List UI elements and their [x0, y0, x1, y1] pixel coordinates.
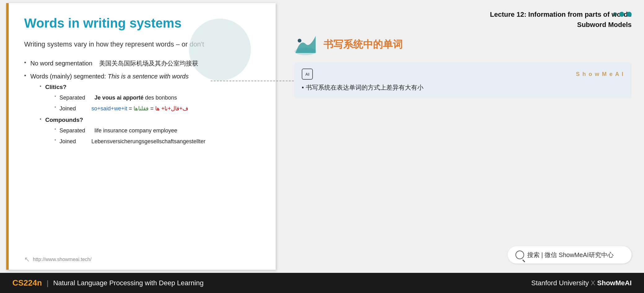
lecture-title-line1: Lecture 12: Information from parts of wo…: [294, 9, 632, 20]
french-rest: des bonbons: [145, 95, 177, 101]
lecture-title-line2: Subword Models: [294, 20, 632, 30]
search-box-wrapper[interactable]: 搜索 | 微信 ShowMeAI研究中心: [508, 246, 632, 264]
ai-icon: AI: [302, 69, 313, 80]
bottom-right: Stanford University X ShowMeAI: [531, 279, 632, 287]
bottom-bar: CS224n | Natural Language Processing wit…: [0, 273, 644, 293]
formula-arabic: ف+قال+نا+ ها: [155, 105, 189, 112]
dot-3: [627, 12, 632, 17]
words-seg-text: Words (mainly) segmented:: [30, 73, 108, 80]
compounds-sub-list: Separated life insurance company employe…: [55, 126, 260, 147]
french-bold: Je vous ai apporté: [94, 95, 143, 101]
bullet-no-seg: No word segmentation 美国关岛国际机场及其办公室均接获: [24, 58, 260, 69]
showmeai-brand: ShowMeAI: [597, 279, 632, 287]
clitics-item: Clitics? Separated Je vous ai apporté de…: [40, 82, 260, 113]
wave-icon: [294, 33, 317, 56]
search-handle: [523, 259, 525, 262]
formula-arabic-joined: فقلناها: [134, 105, 149, 112]
separated-label: Separated: [59, 95, 93, 101]
comp-sep-label: Separated: [59, 127, 93, 134]
compounds-joined: Joined Lebensversicherungsgesellschaftsa…: [55, 136, 260, 146]
slide-footer: ↖ http://www.showmeai.tech/: [24, 255, 91, 264]
formula-latin: so+said+we+it: [91, 105, 127, 112]
cursor-icon: ↖: [24, 255, 30, 264]
search-box[interactable]: 搜索 | 微信 ShowMeAI研究中心: [508, 246, 632, 264]
clitics-sub-list: Separated Je vous ai apporté des bonbons…: [55, 93, 260, 114]
words-seg-example: This is a sentence with words: [108, 73, 189, 80]
bottom-left: CS224n | Natural Language Processing wit…: [12, 278, 204, 288]
svg-point-1: [298, 39, 301, 42]
search-icon: [515, 251, 524, 259]
dot-1: [613, 12, 617, 16]
bullet-words-seg: Words (mainly) segmented: This is a sent…: [24, 71, 260, 146]
search-circle: [515, 251, 524, 259]
comp-join-label: Joined: [59, 138, 90, 144]
main-bullet-list: No word segmentation 美国关岛国际机场及其办公室均接获 Wo…: [24, 58, 260, 146]
x-separator: X: [591, 279, 597, 287]
formula-eq: =: [129, 105, 134, 112]
compounds-item: Compounds? Separated life insurance comp…: [40, 115, 260, 146]
course-code: CS224n: [12, 278, 42, 288]
sub-list: Clitics? Separated Je vous ai apporté de…: [40, 82, 260, 146]
course-name: Natural Language Processing with Deep Le…: [53, 279, 204, 287]
translation-bullet: [302, 84, 306, 91]
ai-label: AI: [305, 72, 309, 77]
no-seg-text: No word segmentation: [30, 60, 98, 67]
dot-2: [619, 12, 624, 17]
joined-label: Joined: [59, 105, 90, 112]
compounds-label: Compounds?: [45, 117, 83, 123]
slide-panel: Words in writing systems Writing systems…: [6, 3, 276, 270]
comp-join-example: Lebensversicherungsgesellschaftsangestel…: [91, 138, 205, 144]
clitics-label: Clitics?: [45, 84, 67, 90]
joined-arabic: Joined so+said+we+it = ف+قال+نا+ ها = فق…: [55, 104, 260, 113]
title-card: 书写系统中的单词: [294, 33, 632, 56]
ai-icon-row: AI S h o w M e A I: [302, 69, 624, 80]
right-panel: Lecture 12: Information from parts of wo…: [282, 3, 644, 273]
nav-dots: [613, 12, 632, 17]
separated-french: Separated Je vous ai apporté des bonbons: [55, 93, 260, 103]
comp-sep-example: life insurance company employee: [94, 127, 177, 134]
separator: |: [46, 279, 48, 287]
chinese-no-seg: 美国关岛国际机场及其办公室均接获: [99, 60, 198, 67]
stanford-text: Stanford University: [531, 279, 589, 287]
footer-url: http://www.showmeai.tech/: [33, 257, 91, 262]
search-text: 搜索 | 微信 ShowMeAI研究中心: [527, 251, 614, 259]
translation-content: 书写系统在表达单词的方式上差异有大有小: [306, 84, 423, 91]
lecture-header: Lecture 12: Information from parts of wo…: [294, 9, 632, 30]
formula-eq2: =: [149, 105, 154, 112]
compounds-separated: Separated life insurance company employe…: [55, 126, 260, 135]
translation-text: 书写系统在表达单词的方式上差异有大有小: [302, 83, 624, 92]
translation-card: AI S h o w M e A I 书写系统在表达单词的方式上差异有大有小: [294, 62, 632, 98]
showmeai-label: S h o w M e A I: [576, 71, 624, 78]
right-panel-title: 书写系统中的单词: [323, 38, 403, 51]
